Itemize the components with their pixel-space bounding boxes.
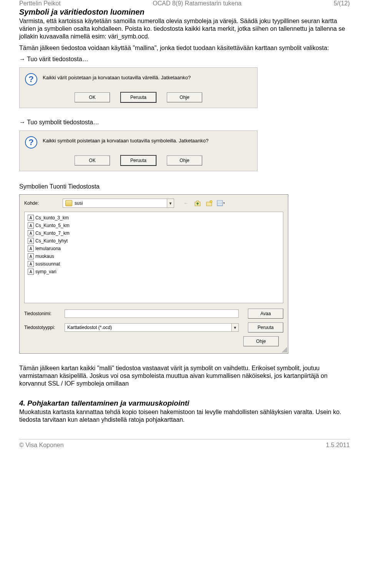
file-item[interactable]: Alemularuona — [28, 245, 78, 252]
ocd-file-icon: A — [28, 238, 34, 244]
file-item[interactable]: Amuokaus — [28, 253, 78, 260]
kohde-label: Kohde: — [24, 200, 59, 206]
open-button[interactable]: Avaa — [248, 309, 283, 319]
file-item[interactable]: Asymp_vari — [28, 268, 78, 275]
page-header: Perttelin Peikot OCAD 8(9) Ratamestarin … — [19, 0, 350, 7]
footer-right: 1.5.2011 — [326, 442, 350, 449]
cancel-button[interactable]: Peruuta — [121, 92, 156, 102]
section1-p2: Tämän jälkeen tiedostoa voidaan käyttää … — [19, 44, 350, 52]
ocd-file-icon: A — [28, 269, 34, 275]
folder-dropdown[interactable]: susi ▼ — [63, 199, 174, 208]
file-item[interactable]: ACs_kunto_3_km — [28, 214, 78, 221]
arrow-line-1: → Tuo värit tiedostosta… — [19, 56, 350, 63]
file-item[interactable]: ACs_Kunto_lyhyt — [28, 237, 78, 244]
file-name: Cs_Kunto_7_km — [35, 231, 70, 236]
folder-name: susi — [75, 200, 167, 206]
section2-title: Symbolien Tuonti Tiedostosta — [19, 183, 350, 190]
ocd-file-icon: A — [28, 222, 34, 229]
up-folder-icon[interactable] — [193, 199, 202, 207]
section4-p1: Muokatusta kartasta kannattaa tehdä kopi… — [19, 408, 350, 424]
file-name: susisuunnat — [35, 261, 60, 267]
help-button[interactable]: Ohje — [167, 92, 202, 102]
svg-point-2 — [210, 200, 212, 203]
ocd-file-icon: A — [28, 253, 34, 259]
dialog2-message: Kaikki symbolit poistetaan ja korvataan … — [43, 136, 208, 144]
help-button[interactable]: Ohje — [167, 155, 202, 165]
header-right: 5/(12) — [334, 0, 350, 7]
resize-grip-icon[interactable] — [282, 347, 287, 352]
ok-button[interactable]: OK — [75, 155, 110, 165]
file-name: Cs_Kunto_5_km — [35, 223, 70, 228]
dialog1-message: Kaikki värit poistetaan ja korvataan tuo… — [43, 73, 191, 80]
cancel-button[interactable]: Peruuta — [248, 322, 283, 332]
file-name: symp_vari — [35, 269, 57, 274]
section1-title: Symboli ja väritiedoston luominen — [19, 8, 350, 17]
section1-p1: Varmista, että kartoissa käytetään samoi… — [19, 17, 350, 40]
new-folder-icon[interactable] — [205, 199, 213, 207]
file-name: Cs_Kunto_lyhyt — [35, 238, 68, 244]
filetype-label: Tiedostotyyppi: — [24, 325, 65, 330]
filename-input[interactable] — [65, 309, 239, 318]
file-name: lemularuona — [35, 246, 61, 251]
folder-icon — [65, 200, 72, 206]
ocd-file-icon: A — [28, 230, 34, 236]
help-button[interactable]: Ohje — [243, 336, 279, 346]
file-name: muokaus — [35, 254, 54, 259]
ocd-file-icon: A — [28, 261, 34, 267]
file-item[interactable]: ACs_Kunto_5_km — [28, 222, 78, 229]
ok-button[interactable]: OK — [75, 92, 110, 102]
footer-left: © Visa Koponen — [19, 442, 64, 449]
file-list[interactable]: ACs_kunto_3_kmACs_Kunto_5_kmACs_Kunto_7_… — [24, 212, 283, 303]
cancel-button[interactable]: Peruuta — [121, 155, 156, 165]
chevron-down-icon[interactable]: ▼ — [231, 324, 238, 331]
page-footer: © Visa Koponen 1.5.2011 — [19, 439, 350, 449]
filetype-dropdown[interactable]: Karttatiedostot (*.ocd) ▼ — [65, 323, 239, 332]
back-icon[interactable]: ← — [182, 199, 190, 207]
file-name: Cs_kunto_3_km — [35, 215, 69, 220]
ocd-file-icon: A — [28, 246, 34, 252]
views-icon[interactable] — [216, 199, 225, 207]
filename-label: Tiedostonimi: — [24, 311, 65, 316]
confirm-colors-dialog: ? Kaikki värit poistetaan ja korvataan t… — [19, 67, 258, 108]
confirm-symbols-dialog: ? Kaikki symbolit poistetaan ja korvataa… — [19, 130, 258, 171]
file-open-dialog: Kohde: susi ▼ ← ACs_kunto_3_kmACs_Kunto_… — [19, 194, 288, 354]
section3-p1: Tämän jälkeen kartan kaikki "malli" tied… — [19, 364, 350, 388]
filetype-value: Karttatiedostot (*.ocd) — [65, 325, 231, 330]
chevron-down-icon[interactable]: ▼ — [167, 199, 174, 207]
header-center: OCAD 8(9) Ratamestarin tukena — [153, 0, 241, 7]
question-icon: ? — [25, 136, 37, 149]
header-left: Perttelin Peikot — [19, 0, 61, 7]
section4-title: 4. Pohjakartan tallentaminen ja varmuusk… — [19, 399, 350, 408]
arrow-line-2: → Tuo symbolit tiedostosta… — [19, 119, 350, 126]
file-item[interactable]: ACs_Kunto_7_km — [28, 230, 78, 237]
ocd-file-icon: A — [28, 215, 34, 221]
file-item[interactable]: Asusisuunnat — [28, 261, 78, 267]
question-icon: ? — [25, 73, 37, 85]
